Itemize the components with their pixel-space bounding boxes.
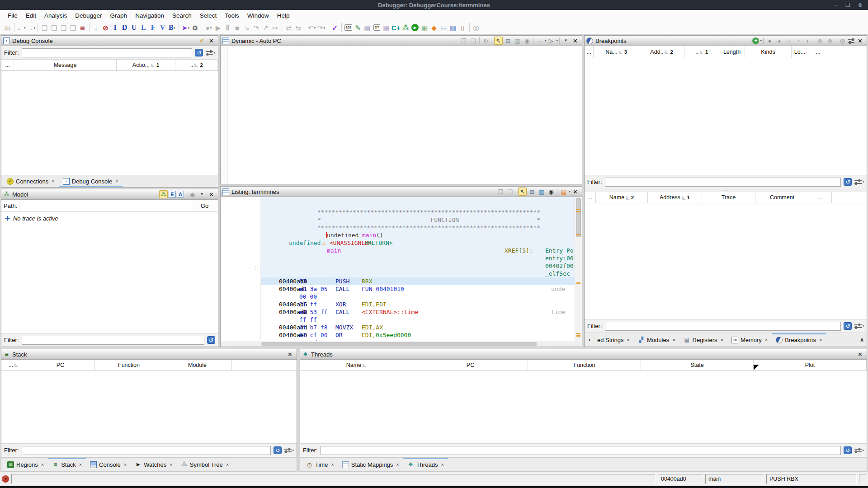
column-header-actio[interactable]: Actio...1 [117,60,175,70]
bookmark-mark-icon[interactable] [576,282,580,284]
bp-clear-all-icon[interactable]: ⊗ [826,37,834,45]
function-graph-icon[interactable]: ⁂ [401,23,410,33]
filter-input[interactable] [22,336,205,345]
listing-line[interactable]: 00400ad8e8 53 ffCALL<EXTERNAL>::timetime [261,308,575,316]
interrupt-icon[interactable]: Ⅱ [223,23,232,33]
maximize-icon[interactable]: ❒ [845,2,850,8]
column-header-name[interactable]: Name2 [596,192,648,203]
bp-disable-all-icon[interactable]: ◔ [794,37,802,45]
tab-time[interactable]: ◷Time× [302,458,338,471]
bookmark-diamond-icon[interactable]: ◆ [430,23,439,33]
menu-item-edit[interactable]: Edit [22,12,40,19]
debug-config-icon[interactable]: ⚙ [191,23,199,33]
column-header-trace[interactable]: Trace [702,192,755,203]
variable-V-icon[interactable]: V [158,23,167,33]
menu-item-select[interactable]: Select [196,12,221,19]
drag-handle-icon[interactable]: ⋮⋮ [253,266,259,270]
go-button[interactable]: Go [191,200,218,211]
prev-function-icon[interactable]: ❏ [40,23,49,33]
track-cursor-icon[interactable]: ↖ [518,188,527,196]
goto-table-icon[interactable]: ⊞ [528,188,536,196]
patch-step-icon[interactable]: ⇆ [294,23,302,33]
column-header-address[interactable]: Address1 [648,192,702,203]
step-over-icon[interactable]: ↷ [252,23,260,33]
close-icon[interactable]: ✕ [207,37,216,45]
tab-memory[interactable]: 10Memory× [727,333,772,347]
tab-registers[interactable]: ▤Registers× [679,333,727,347]
column-header-pc[interactable]: PC [26,360,95,371]
tab-close-icon[interactable]: × [115,178,118,184]
column-header-comment[interactable]: Comment [755,192,809,203]
nav-arrow-icon[interactable]: → [535,37,544,45]
column-header-name[interactable]: Name [300,360,413,371]
path-input[interactable] [19,200,191,211]
step-out-icon[interactable]: ↗ [261,23,270,33]
tab-close-icon[interactable]: × [226,462,229,467]
bp-toggle-icon[interactable]: ◗ [803,37,812,45]
bp-enable-all-icon[interactable]: ◕ [775,37,783,45]
paste-icon[interactable]: ❑ [469,37,477,45]
column-header-state[interactable]: State [641,360,754,371]
tab-ed-strings[interactable]: ed Strings× [593,333,634,347]
next-function-icon[interactable]: ❏ [50,23,58,33]
step-last-icon[interactable]: ↦ [271,23,279,33]
nav-back-icon[interactable]: ←▾ [17,23,26,33]
column-header-blank[interactable]: ..1 [684,46,719,58]
camera-dark-icon[interactable]: ◉ [547,188,555,196]
filter-input[interactable] [605,178,841,187]
clear-filter-icon[interactable]: ↺ [844,446,852,454]
clear-code-icon[interactable]: ⊘ [101,23,110,33]
tab-close-icon[interactable]: × [331,462,334,467]
filter-sliders-icon[interactable] [854,323,862,329]
tab-regions[interactable]: ▦Regions× [3,458,48,471]
listing-line[interactable]: ****************************************… [261,224,575,231]
menu-item-search[interactable]: Search [168,12,196,19]
bp-effective-icon[interactable]: ◎ [838,37,847,45]
listing-line[interactable] [261,201,575,208]
record-icon[interactable]: ●▾ [204,23,213,33]
goto-table-icon[interactable]: ⊞ [504,37,512,45]
camera-icon[interactable]: ◉ [523,37,531,45]
tab-close-icon[interactable]: × [819,337,822,343]
resume-icon[interactable]: ▶ [214,23,222,33]
bp-disable-icon[interactable]: ○ [784,37,793,45]
menu-item-debugger[interactable]: Debugger [71,12,106,19]
filter-input[interactable] [22,446,271,455]
skip-over-icon[interactable]: ⇄ [284,23,293,33]
tab-close-icon[interactable]: × [52,178,54,184]
scrollbar-thumb[interactable] [261,342,537,346]
menu-item-graph[interactable]: Graph [106,12,132,19]
filter-input[interactable] [321,446,841,455]
bookmark-mark-icon[interactable] [576,333,580,334]
data-D-icon[interactable]: D [120,23,129,33]
listing-line[interactable]: undefined main() [261,231,575,239]
listing-line[interactable]: 00400ad631 ffXOREDI,EDI [261,300,575,308]
table-export-icon[interactable]: ▥ [449,23,458,33]
decompiler-icon[interactable]: C+ [392,23,401,33]
letter-A-icon[interactable]: A [177,191,184,198]
validate-icon[interactable]: ✓ [330,23,339,33]
listing-line[interactable]: _elfSec [261,270,575,277]
camera-icon[interactable]: ◉ [188,190,197,198]
menu-caret-icon[interactable]: ▼ [561,37,570,45]
column-header-plot[interactable]: Plot [754,360,867,371]
clear-filter-icon[interactable]: ↺ [195,49,203,56]
column-header-blank[interactable]: ... [1,360,26,371]
column-header-blank[interactable]: ... [809,192,832,203]
tab-close-icon[interactable]: × [41,462,44,467]
splitter-dots-icon[interactable]: ··· [585,188,867,192]
menu-item-tools[interactable]: Tools [221,12,243,19]
bp-enable-icon[interactable]: ● [765,37,774,45]
bookmark-mark-icon[interactable] [576,211,580,212]
listing-line[interactable]: 00400ad1e8 3a 05CALLFUN_00401010unde [261,285,575,293]
listing-line[interactable]: undefined⚠<UNASSIGNED><RETURN> [261,239,575,247]
tree-view-icon[interactable]: ⁂ [159,190,168,198]
close-icon[interactable]: ✕ [856,350,864,358]
filter-sliders-icon[interactable] [854,447,862,454]
tab-close-icon[interactable]: × [765,337,768,343]
tab-close-icon[interactable]: × [441,462,443,467]
filter-sliders-icon[interactable] [848,38,855,44]
step-into-icon[interactable]: ↘ [242,23,251,33]
add-icon[interactable]: + [752,38,759,44]
ghidra-dragon-icon[interactable]: ✦ [2,475,9,483]
